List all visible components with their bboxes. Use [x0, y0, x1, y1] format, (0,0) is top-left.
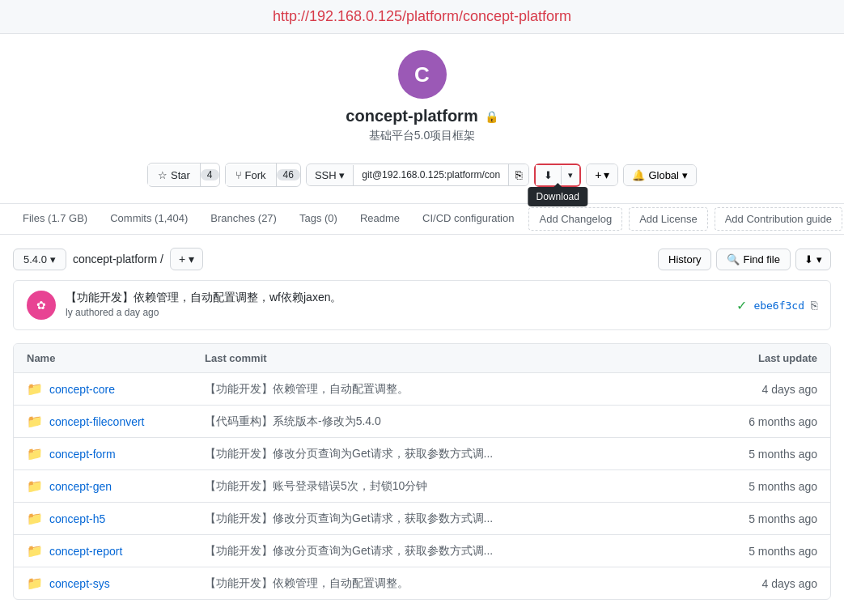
commit-box: ✿ 【功能开发】依赖管理，自动配置调整，wf依赖jaxen。 ly author… [13, 280, 831, 330]
content-area: 5.4.0 ▾ concept-platform / + ▾ History 🔍… [0, 235, 844, 613]
folder-icon: 📁 [27, 381, 43, 397]
fork-group: ⑂ Fork 46 [225, 163, 301, 187]
branch-path: concept-platform / [73, 253, 163, 266]
find-file-icon: 🔍 [727, 253, 740, 266]
star-icon: ☆ [158, 169, 168, 181]
table-row: 📁 concept-h5 【功能开发】修改分页查询为Get请求，获取参数方式调.… [14, 503, 830, 535]
file-name[interactable]: 📁 concept-gen [27, 478, 205, 494]
download-group: ⬇ ▾ Download [534, 164, 581, 187]
header-update: Last update [704, 352, 817, 364]
code-download-button[interactable]: ⬇ ▾ [795, 249, 831, 270]
table-header: Name Last commit Last update [14, 344, 830, 373]
folder-icon: 📁 [27, 446, 43, 461]
table-row: 📁 concept-report 【功能开发】修改分页查询为Get请求，获取参数… [14, 535, 830, 567]
find-file-button[interactable]: 🔍 Find file [716, 249, 791, 270]
commit-right: ✓ ebe6f3cd ⎘ [736, 298, 817, 313]
table-row: 📁 concept-form 【功能开发】修改分页查询为Get请求，获取参数方式… [14, 438, 830, 470]
tab-commits[interactable]: Commits (1,404) [100, 204, 197, 234]
fork-count[interactable]: 46 [277, 169, 300, 181]
repo-name-row: concept-platform 🔒 [346, 107, 498, 125]
folder-icon: 📁 [27, 414, 43, 429]
download-icon: ⬇ [544, 169, 553, 181]
commit-avatar: ✿ [27, 291, 56, 320]
commit-text: 【功能开发】修改分页查询为Get请求，获取参数方式调... [205, 544, 704, 559]
plus-icon: + [595, 168, 601, 181]
fork-button[interactable]: ⑂ Fork [226, 165, 276, 185]
notification-group: 🔔 Global ▾ [623, 164, 697, 186]
code-dropdown-icon: ▾ [816, 253, 822, 266]
repo-description: 基础平台5.0项目框架 [369, 129, 475, 143]
file-name[interactable]: 📁 concept-fileconvert [27, 414, 205, 429]
table-row: 📁 concept-fileconvert 【代码重构】系统版本-修改为5.4.… [14, 406, 830, 438]
notification-button[interactable]: 🔔 Global ▾ [624, 165, 696, 185]
add-dropdown-icon: ▾ [189, 253, 194, 266]
branch-selector[interactable]: 5.4.0 ▾ [13, 249, 66, 270]
url-bar: http://192.168.0.125/platform/concept-pl… [0, 0, 844, 34]
time-text: 5 months ago [704, 448, 817, 461]
commit-text: 【代码重构】系统版本-修改为5.4.0 [205, 414, 704, 429]
download-button[interactable]: ⬇ [536, 165, 561, 185]
file-rows: 📁 concept-core 【功能开发】依赖管理，自动配置调整。 4 days… [14, 373, 830, 599]
time-text: 4 days ago [704, 577, 817, 590]
download-chevron-button[interactable]: ▾ [561, 166, 579, 185]
tab-add-changelog[interactable]: Add Changelog [528, 207, 622, 231]
add-file-button[interactable]: + ▾ [170, 248, 203, 270]
time-text: 5 months ago [704, 512, 817, 525]
url-link[interactable]: http://192.168.0.125/platform/concept-pl… [273, 8, 571, 24]
header-name: Name [27, 352, 205, 364]
branch-dropdown-icon: ▾ [50, 253, 56, 266]
star-group: ☆ Star 4 [147, 163, 220, 187]
tab-tags[interactable]: Tags (0) [290, 204, 347, 234]
tab-readme[interactable]: Readme [350, 204, 409, 234]
branch-bar: 5.4.0 ▾ concept-platform / + ▾ History 🔍… [13, 248, 831, 270]
tab-files[interactable]: Files (1.7 GB) [13, 204, 97, 234]
table-row: 📁 concept-gen 【功能开发】账号登录错误5次，封锁10分钟 5 mo… [14, 470, 830, 503]
commit-hash[interactable]: ebe6f3cd [753, 300, 804, 312]
file-table: Name Last commit Last update 📁 concept-c… [13, 343, 831, 600]
global-label: Global [648, 169, 679, 181]
ssh-url: git@192.168.0.125:platform/con [354, 165, 508, 185]
time-text: 5 months ago [704, 545, 817, 558]
file-name[interactable]: 📁 concept-sys [27, 576, 205, 591]
history-button[interactable]: History [658, 249, 711, 270]
commit-meta: ly authored a day ago [66, 307, 341, 318]
avatar: C [398, 50, 447, 99]
commit-text: 【功能开发】依赖管理，自动配置调整。 [205, 382, 704, 397]
tab-branches[interactable]: Branches (27) [201, 204, 286, 234]
tab-add-contribution[interactable]: Add Contribution guide [715, 207, 842, 231]
branch-left: 5.4.0 ▾ concept-platform / + ▾ [13, 248, 203, 270]
time-text: 4 days ago [704, 383, 817, 396]
file-name[interactable]: 📁 concept-h5 [27, 511, 205, 526]
ssh-label[interactable]: SSH ▾ [307, 165, 354, 185]
lock-icon: 🔒 [485, 110, 498, 123]
file-name[interactable]: 📁 concept-report [27, 543, 205, 559]
plus-button[interactable]: + ▾ [587, 164, 617, 185]
check-icon: ✓ [736, 298, 747, 313]
repo-name: concept-platform [346, 107, 477, 125]
plus-group: + ▾ [586, 164, 618, 186]
header-commit: Last commit [205, 352, 704, 364]
commit-text: 【功能开发】依赖管理，自动配置调整。 [205, 576, 704, 591]
time-text: 6 months ago [704, 415, 817, 428]
tab-cicd[interactable]: CI/CD configuration [413, 204, 524, 234]
commit-left: ✿ 【功能开发】依赖管理，自动配置调整，wf依赖jaxen。 ly author… [27, 291, 341, 320]
branch-right: History 🔍 Find file ⬇ ▾ [658, 249, 831, 270]
commit-text: 【功能开发】修改分页查询为Get请求，获取参数方式调... [205, 512, 704, 526]
commit-text: 【功能开发】修改分页查询为Get请求，获取参数方式调... [205, 447, 704, 461]
commit-info: 【功能开发】依赖管理，自动配置调整，wf依赖jaxen。 ly authored… [66, 291, 341, 318]
bell-icon: 🔔 [632, 169, 645, 181]
copy-hash-button[interactable]: ⎘ [811, 299, 817, 312]
star-button[interactable]: ☆ Star [148, 165, 200, 185]
time-text: 5 months ago [704, 480, 817, 493]
commit-text: 【功能开发】账号登录错误5次，封锁10分钟 [205, 479, 704, 494]
code-icon: ⬇ [804, 253, 813, 266]
file-name[interactable]: 📁 concept-form [27, 446, 205, 461]
file-name[interactable]: 📁 concept-core [27, 381, 205, 397]
tabs-bar: Files (1.7 GB) Commits (1,404) Branches … [0, 203, 844, 235]
add-icon: + [179, 253, 185, 266]
copy-url-button[interactable]: ⎘ [508, 164, 528, 185]
tab-add-license[interactable]: Add License [629, 207, 708, 231]
star-count[interactable]: 4 [201, 169, 219, 181]
ssh-group: SSH ▾ git@192.168.0.125:platform/con ⎘ [306, 164, 529, 186]
fork-icon: ⑂ [235, 169, 242, 181]
